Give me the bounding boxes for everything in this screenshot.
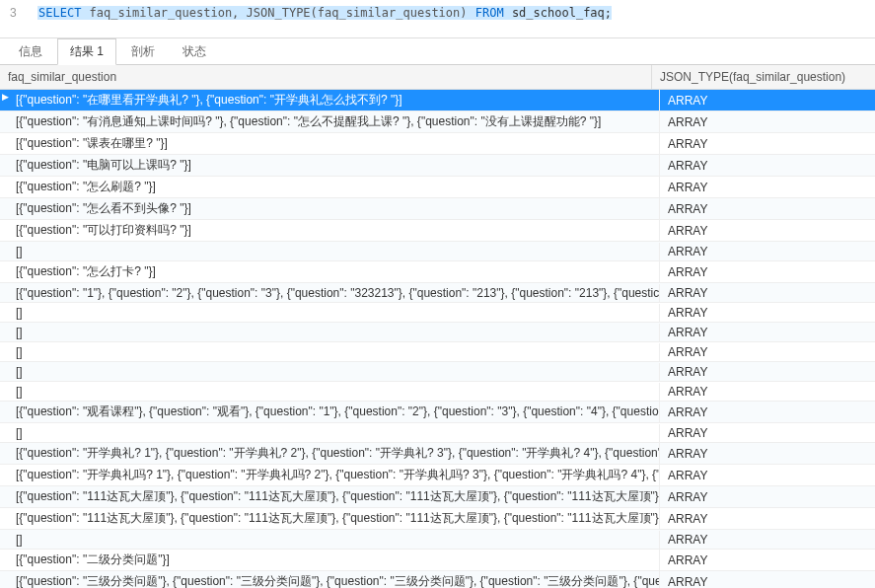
cell-json-type[interactable]: ARRAY (660, 113, 875, 131)
cell-json-type[interactable]: ARRAY (660, 263, 875, 281)
table-row[interactable]: []ARRAY (0, 303, 875, 323)
table-row[interactable]: [{"question": "开学典礼? 1"}, {"question": "… (0, 443, 875, 465)
cell-faq-similar-question[interactable]: [{"question": "二级分类问题"}] (0, 550, 660, 570)
tab-结果 1[interactable]: 结果 1 (57, 38, 116, 65)
cell-json-type[interactable]: ARRAY (660, 135, 875, 153)
cell-json-type[interactable]: ARRAY (660, 200, 875, 218)
table-row[interactable]: [{"question": "可以打印资料吗? "}]ARRAY (0, 220, 875, 242)
table-row[interactable]: []ARRAY (0, 342, 875, 362)
tab-状态[interactable]: 状态 (170, 38, 219, 64)
table-row[interactable]: [{"question": "课表在哪里? "}]ARRAY (0, 133, 875, 155)
cell-json-type[interactable]: ARRAY (660, 157, 875, 175)
cell-json-type[interactable]: ARRAY (660, 404, 875, 421)
cell-faq-similar-question[interactable]: [{"question": "怎么打卡? "}] (0, 261, 660, 282)
cell-faq-similar-question[interactable]: [{"question": "观看课程"}, {"question": "观看"… (0, 402, 660, 422)
sql-table: sd_school_faq; (505, 6, 612, 20)
result-grid: faq_similar_question JSON_TYPE(faq_simil… (0, 65, 875, 588)
table-row[interactable]: []ARRAY (0, 362, 875, 382)
table-row[interactable]: [{"question": "怎么看不到头像? "}]ARRAY (0, 198, 875, 220)
table-row[interactable]: [{"question": "开学典礼吗? 1"}, {"question": … (0, 465, 875, 486)
table-row[interactable]: [{"question": "有消息通知上课时间吗? "}, {"questio… (0, 111, 875, 133)
cell-faq-similar-question[interactable]: [] (0, 363, 660, 381)
sql-columns: faq_similar_question, JSON_TYPE(faq_simi… (82, 6, 474, 20)
cell-faq-similar-question[interactable]: [] (0, 324, 660, 341)
cell-json-type[interactable]: ARRAY (660, 424, 875, 442)
cell-faq-similar-question[interactable]: [] (0, 343, 660, 361)
cell-faq-similar-question[interactable]: [] (0, 424, 660, 442)
table-row[interactable]: [{"question": "电脑可以上课吗? "}]ARRAY (0, 155, 875, 177)
cell-json-type[interactable]: ARRAY (660, 551, 875, 569)
table-row[interactable]: [{"question": "111达瓦大屋顶"}, {"question": … (0, 486, 875, 508)
sql-keyword-from: FROM (474, 6, 505, 20)
table-row[interactable]: [{"question": "111达瓦大屋顶"}, {"question": … (0, 508, 875, 530)
cell-faq-similar-question[interactable]: [{"question": "课表在哪里? "}] (0, 133, 660, 154)
cell-faq-similar-question[interactable]: [{"question": "在哪里看开学典礼? "}, {"question"… (0, 90, 660, 110)
table-row[interactable]: [{"question": "二级分类问题"}]ARRAY (0, 550, 875, 571)
column-header-json-type[interactable]: JSON_TYPE(faq_similar_question) (652, 65, 875, 89)
table-row[interactable]: []ARRAY (0, 530, 875, 550)
cell-json-type[interactable]: ARRAY (660, 573, 875, 589)
cell-json-type[interactable]: ARRAY (660, 383, 875, 401)
cell-faq-similar-question[interactable]: [] (0, 304, 660, 322)
table-row[interactable]: [{"question": "怎么刷题? "}]ARRAY (0, 177, 875, 198)
cell-faq-similar-question[interactable]: [{"question": "有消息通知上课时间吗? "}, {"questio… (0, 111, 660, 132)
cell-json-type[interactable]: ARRAY (660, 284, 875, 302)
sql-editor[interactable]: 3 SELECT faq_similar_question, JSON_TYPE… (0, 0, 875, 38)
cell-faq-similar-question[interactable]: [{"question": "怎么看不到头像? "}] (0, 198, 660, 219)
table-row[interactable]: [{"question": "1"}, {"question": "2"}, {… (0, 283, 875, 303)
cell-faq-similar-question[interactable]: [{"question": "三级分类问题"}, {"question": "三… (0, 571, 660, 588)
table-row[interactable]: []ARRAY (0, 382, 875, 402)
cell-json-type[interactable]: ARRAY (660, 92, 875, 110)
table-row[interactable]: [{"question": "三级分类问题"}, {"question": "三… (0, 571, 875, 588)
cell-faq-similar-question[interactable]: [] (0, 243, 660, 260)
grid-header: faq_similar_question JSON_TYPE(faq_simil… (0, 65, 875, 90)
cell-faq-similar-question[interactable]: [{"question": "开学典礼吗? 1"}, {"question": … (0, 465, 660, 485)
sql-keyword-select: SELECT (37, 6, 82, 20)
cell-json-type[interactable]: ARRAY (660, 304, 875, 322)
cell-json-type[interactable]: ARRAY (660, 445, 875, 463)
cell-json-type[interactable]: ARRAY (660, 324, 875, 341)
cell-json-type[interactable]: ARRAY (660, 531, 875, 549)
cell-faq-similar-question[interactable]: [{"question": "111达瓦大屋顶"}, {"question": … (0, 508, 660, 529)
cell-faq-similar-question[interactable]: [{"question": "电脑可以上课吗? "}] (0, 155, 660, 176)
table-row[interactable]: []ARRAY (0, 242, 875, 261)
cell-faq-similar-question[interactable]: [{"question": "怎么刷题? "}] (0, 177, 660, 197)
cell-json-type[interactable]: ARRAY (660, 343, 875, 361)
table-row[interactable]: [{"question": "在哪里看开学典礼? "}, {"question"… (0, 90, 875, 111)
tab-信息[interactable]: 信息 (6, 38, 55, 64)
cell-json-type[interactable]: ARRAY (660, 510, 875, 528)
cell-faq-similar-question[interactable]: [] (0, 383, 660, 401)
line-number: 3 (10, 6, 17, 20)
result-tabs: 信息结果 1剖析状态 (0, 38, 875, 65)
cell-json-type[interactable]: ARRAY (660, 363, 875, 381)
cell-json-type[interactable]: ARRAY (660, 222, 875, 240)
cell-json-type[interactable]: ARRAY (660, 243, 875, 260)
cell-json-type[interactable]: ARRAY (660, 467, 875, 484)
cell-faq-similar-question[interactable]: [{"question": "1"}, {"question": "2"}, {… (0, 284, 660, 302)
cell-faq-similar-question[interactable]: [{"question": "可以打印资料吗? "}] (0, 220, 660, 241)
tab-剖析[interactable]: 剖析 (118, 38, 168, 64)
table-row[interactable]: [{"question": "怎么打卡? "}]ARRAY (0, 261, 875, 283)
grid-rows: [{"question": "在哪里看开学典礼? "}, {"question"… (0, 90, 875, 588)
cell-json-type[interactable]: ARRAY (660, 179, 875, 196)
column-header-faq-similar-question[interactable]: faq_similar_question (0, 65, 652, 89)
cell-faq-similar-question[interactable]: [{"question": "开学典礼? 1"}, {"question": "… (0, 443, 660, 464)
cell-json-type[interactable]: ARRAY (660, 488, 875, 506)
cell-faq-similar-question[interactable]: [{"question": "111达瓦大屋顶"}, {"question": … (0, 486, 660, 507)
cell-faq-similar-question[interactable]: [] (0, 531, 660, 549)
table-row[interactable]: []ARRAY (0, 323, 875, 342)
table-row[interactable]: [{"question": "观看课程"}, {"question": "观看"… (0, 402, 875, 423)
table-row[interactable]: []ARRAY (0, 423, 875, 443)
